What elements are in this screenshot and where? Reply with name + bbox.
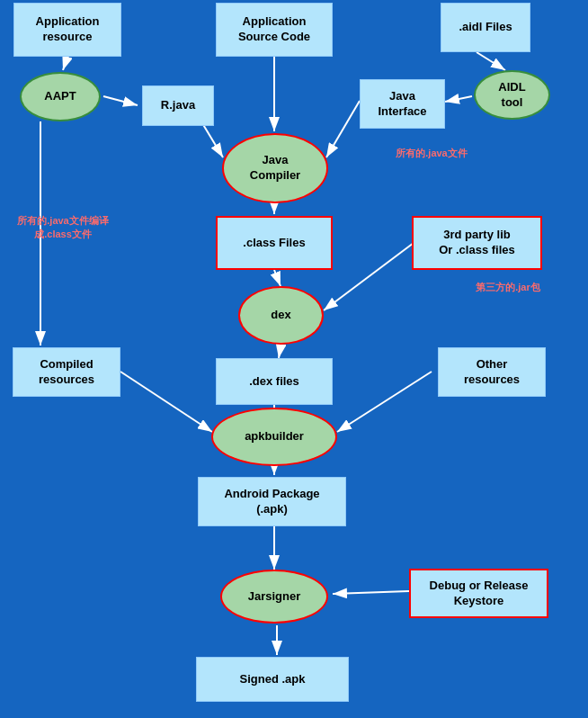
annotation-class-files: 所有的.java文件编译成.class文件 <box>4 214 121 242</box>
android-package-box: Android Package(.apk) <box>198 477 346 526</box>
svg-line-2 <box>63 57 67 70</box>
debug-keystore-box: Debug or ReleaseKeystore <box>409 569 548 618</box>
signed-apk-box: Signed .apk <box>196 657 349 702</box>
aidl-tool-oval: AIDLtool <box>474 70 550 120</box>
app-source-code-box: ApplicationSource Code <box>216 3 333 57</box>
diagram: Application resource ApplicationSource C… <box>0 0 588 718</box>
aapt-oval: AAPT <box>20 72 101 121</box>
svg-line-6 <box>477 52 505 70</box>
svg-line-11 <box>324 243 414 310</box>
compiled-resources-box: Compiledresources <box>13 347 120 397</box>
svg-line-7 <box>445 96 472 102</box>
svg-line-14 <box>120 372 212 432</box>
third-party-box: 3rd party libOr .class files <box>412 216 542 270</box>
annotation-java-files: 所有的.java文件 <box>373 147 490 160</box>
apkbuilder-oval: apkbuilder <box>211 408 337 466</box>
aidl-files-box: .aidl Files <box>441 3 530 52</box>
jarsigner-oval: Jarsigner <box>220 570 328 624</box>
class-files-box: .class Files <box>216 216 333 270</box>
other-resources-box: Otherresources <box>438 347 546 397</box>
app-resource-box: Application resource <box>13 3 121 57</box>
svg-line-18 <box>333 591 409 594</box>
svg-line-10 <box>274 270 281 286</box>
dex-oval: dex <box>238 286 324 345</box>
svg-line-15 <box>337 372 432 432</box>
java-interface-box: JavaInterface <box>360 79 445 129</box>
r-java-box: R.java <box>142 85 214 126</box>
svg-line-8 <box>326 101 360 157</box>
annotation-jar: 第三方的.jar包 <box>450 281 566 294</box>
dex-files-box: .dex files <box>216 358 333 405</box>
java-compiler-oval: JavaCompiler <box>222 133 328 203</box>
svg-line-3 <box>103 96 138 105</box>
